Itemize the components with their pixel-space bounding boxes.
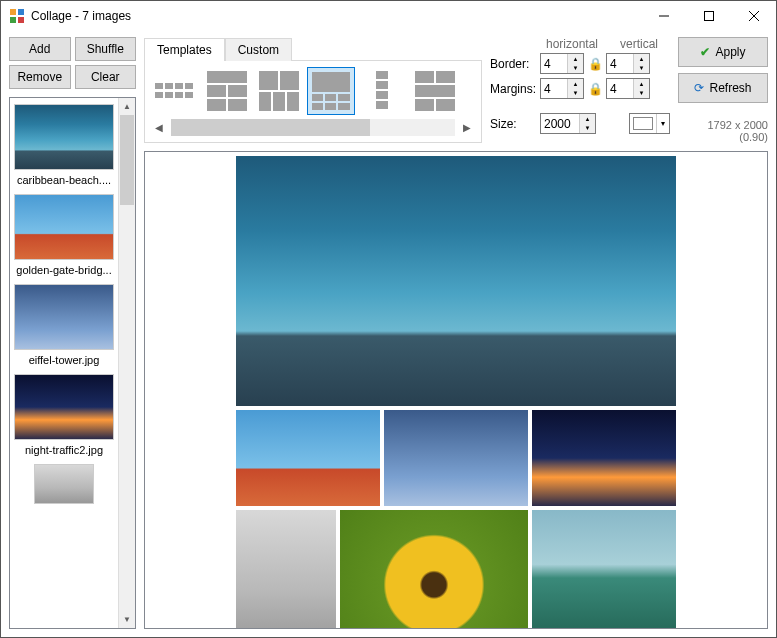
close-button[interactable] <box>731 1 776 31</box>
thumbnail-image <box>14 374 114 440</box>
svg-rect-2 <box>10 17 16 23</box>
template-3[interactable] <box>255 67 303 115</box>
scroll-right-icon[interactable]: ▶ <box>459 122 475 133</box>
thumbnail-item[interactable]: eiffel-tower.jpg <box>10 282 118 372</box>
thumbnail-item[interactable]: golden-gate-bridg... <box>10 192 118 282</box>
apply-button[interactable]: ✔ Apply <box>678 37 768 67</box>
refresh-icon: ⟳ <box>694 81 704 95</box>
add-button[interactable]: Add <box>9 37 71 61</box>
check-icon: ✔ <box>700 45 710 59</box>
background-color-picker[interactable]: ▾ <box>629 113 670 134</box>
thumbnail-item[interactable]: caribbean-beach.... <box>10 102 118 192</box>
template-1[interactable] <box>151 67 199 115</box>
thumbnail-image <box>14 194 114 260</box>
collage-cell[interactable] <box>340 510 528 629</box>
border-vertical-spinner[interactable]: ▲▼ <box>606 53 650 74</box>
collage-preview <box>144 151 768 629</box>
collage-cell[interactable] <box>236 510 336 629</box>
minimize-button[interactable] <box>641 1 686 31</box>
scroll-left-icon[interactable]: ◀ <box>151 122 167 133</box>
template-4[interactable] <box>307 67 355 115</box>
horizontal-label: horizontal <box>546 37 598 51</box>
margins-vertical-spinner[interactable]: ▲▼ <box>606 78 650 99</box>
thumbnail-caption: caribbean-beach.... <box>14 174 114 186</box>
shuffle-button[interactable]: Shuffle <box>75 37 137 61</box>
collage-cell[interactable] <box>532 510 676 629</box>
window-title: Collage - 7 images <box>31 9 641 23</box>
scroll-down-icon[interactable]: ▼ <box>119 611 135 628</box>
thumbnail-scrollbar[interactable]: ▲ ▼ <box>118 98 135 628</box>
thumbnail-item[interactable]: night-traffic2.jpg <box>10 372 118 462</box>
thumbnail-item[interactable] <box>10 462 118 514</box>
thumbnail-caption: golden-gate-bridg... <box>14 264 114 276</box>
svg-rect-0 <box>10 9 16 15</box>
clear-button[interactable]: Clear <box>75 65 137 89</box>
thumbnail-image <box>14 284 114 350</box>
maximize-button[interactable] <box>686 1 731 31</box>
template-2[interactable] <box>203 67 251 115</box>
titlebar: Collage - 7 images <box>1 1 776 31</box>
status-text: 1792 x 2000 (0.90) <box>678 119 768 143</box>
size-label: Size: <box>490 117 536 131</box>
vertical-label: vertical <box>620 37 658 51</box>
thumbnail-caption: eiffel-tower.jpg <box>14 354 114 366</box>
refresh-button[interactable]: ⟳ Refresh <box>678 73 768 103</box>
remove-button[interactable]: Remove <box>9 65 71 89</box>
collage-cell[interactable] <box>236 156 676 406</box>
collage-cell[interactable] <box>384 410 528 506</box>
margins-horizontal-spinner[interactable]: ▲▼ <box>540 78 584 99</box>
border-horizontal-spinner[interactable]: ▲▼ <box>540 53 584 74</box>
size-spinner[interactable]: ▲▼ <box>540 113 596 134</box>
template-scrollbar[interactable]: ◀ ▶ <box>151 119 475 136</box>
svg-rect-1 <box>18 9 24 15</box>
thumbnail-image <box>34 464 94 504</box>
thumbnail-panel: caribbean-beach....golden-gate-bridg...e… <box>9 97 136 629</box>
scroll-up-icon[interactable]: ▲ <box>119 98 135 115</box>
thumbnail-caption: night-traffic2.jpg <box>14 444 114 456</box>
tab-custom[interactable]: Custom <box>225 38 292 61</box>
app-icon <box>9 8 25 24</box>
margins-label: Margins: <box>490 82 536 96</box>
lock-icon[interactable]: 🔒 <box>588 82 602 96</box>
collage-cell[interactable] <box>532 410 676 506</box>
template-5[interactable] <box>359 67 407 115</box>
tab-templates[interactable]: Templates <box>144 38 225 61</box>
scrollbar-thumb[interactable] <box>120 115 134 205</box>
lock-icon[interactable]: 🔒 <box>588 57 602 71</box>
template-6[interactable] <box>411 67 459 115</box>
svg-rect-5 <box>704 12 713 21</box>
collage-cell[interactable] <box>236 410 380 506</box>
border-label: Border: <box>490 57 536 71</box>
svg-rect-3 <box>18 17 24 23</box>
thumbnail-image <box>14 104 114 170</box>
